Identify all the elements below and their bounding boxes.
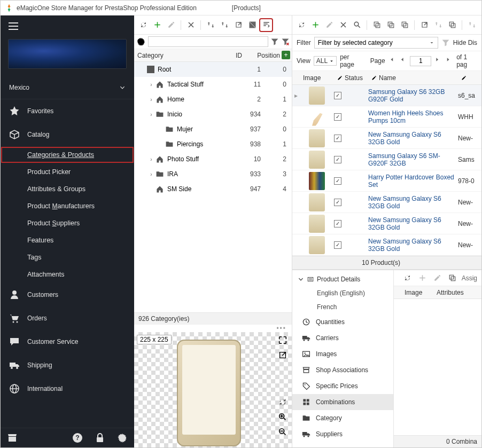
nav-orders[interactable]: Orders [1, 306, 134, 330]
status-checkbox[interactable] [334, 177, 341, 185]
status-checkbox[interactable] [334, 199, 341, 206]
product-status-cell[interactable] [334, 135, 368, 142]
detail-item-images[interactable]: Images [292, 346, 393, 362]
status-checkbox[interactable] [334, 156, 341, 163]
product-name[interactable]: Women High Heels Shoes Pumps 10cm [368, 109, 458, 124]
pager-last[interactable] [446, 57, 453, 65]
product-name[interactable]: Samsung Galaxy S6 32GB G920F Gold [368, 88, 458, 103]
detail-item-quantities[interactable]: Quantities [292, 314, 393, 330]
product-status-cell[interactable] [334, 156, 368, 163]
nav-favorites[interactable]: Favorites [1, 99, 134, 123]
category-row[interactable]: ›Inicio9342 [134, 107, 292, 122]
adjust-button[interactable] [246, 19, 258, 31]
status-checkbox[interactable] [334, 135, 341, 142]
detail-item-carriers[interactable]: Carriers [292, 330, 393, 346]
product-row[interactable]: New Samsung Galaxy S6 32GB GoldNew- [292, 192, 481, 213]
nav-customers[interactable]: Customers [1, 283, 134, 306]
catalog-sub-item[interactable]: Product Manufacturers [1, 198, 134, 215]
detail-item-category[interactable]: Category [292, 410, 393, 426]
filter-products-button[interactable] [260, 19, 272, 31]
category-row[interactable]: Piercings9381 [134, 137, 292, 152]
tool-button[interactable] [432, 19, 444, 31]
product-name[interactable]: New Samsung Galaxy S6 32GB Gold [368, 216, 458, 231]
refresh-button[interactable] [296, 19, 307, 31]
col-attributes[interactable]: Attributes [432, 289, 464, 296]
status-checkbox[interactable] [334, 241, 341, 249]
product-row[interactable]: New Samsung Galaxy S6 32GB GoldNew- [292, 128, 481, 149]
search-button[interactable] [351, 19, 363, 31]
category-search-input[interactable] [148, 36, 268, 47]
toggle-icon[interactable]: › [148, 171, 154, 177]
detail-item-specific-prices[interactable]: Specific Prices [292, 378, 393, 394]
col-id[interactable]: ID [214, 52, 245, 59]
open-external-icon[interactable] [278, 350, 287, 360]
pager-next[interactable] [434, 57, 442, 65]
store-icon[interactable] [7, 433, 18, 443]
edit-button[interactable] [432, 272, 444, 284]
toggle-icon[interactable]: › [148, 97, 154, 103]
delete-button[interactable] [185, 19, 197, 31]
product-status-cell[interactable] [334, 199, 368, 206]
move-button-2[interactable] [219, 19, 230, 31]
refresh-button[interactable] [137, 19, 149, 31]
gear-icon[interactable] [117, 433, 128, 443]
col-category[interactable]: Category [134, 52, 214, 59]
copy-button-2[interactable] [385, 19, 397, 31]
catalog-sub-item[interactable]: Attachments [1, 266, 134, 283]
pager-prev[interactable] [399, 57, 407, 65]
catalog-sub-item[interactable]: Product Picker [1, 163, 134, 180]
copy-button[interactable] [371, 19, 383, 31]
product-status-cell[interactable] [334, 241, 368, 249]
add-column-icon[interactable]: + [282, 51, 290, 59]
edit-button[interactable] [165, 19, 177, 31]
add-button[interactable] [309, 19, 321, 31]
lock-icon[interactable] [95, 433, 105, 443]
product-name[interactable]: Samsung Galaxy S6 SM-G920F 32GB [368, 152, 458, 167]
category-row[interactable]: ›IRA9333 [134, 167, 292, 182]
col-ref[interactable] [458, 75, 481, 81]
tool-button-3[interactable] [466, 19, 478, 31]
product-status-cell[interactable] [334, 92, 368, 99]
add-button[interactable] [151, 19, 163, 31]
nav-customer-service[interactable]: Customer Service [1, 330, 134, 353]
category-row[interactable]: Root10 [134, 62, 292, 77]
hide-disabled[interactable]: Hide Dis [453, 39, 477, 46]
toggle-icon[interactable]: › [148, 112, 154, 117]
category-row[interactable]: ›Photo Stuff102 [134, 152, 292, 167]
funnel-icon[interactable] [441, 38, 450, 47]
detail-item-combinations[interactable]: Combinations [292, 394, 393, 410]
catalog-sub-item[interactable]: Attributes & Groups [1, 180, 134, 198]
col-image[interactable]: Image [300, 74, 334, 82]
category-row[interactable]: ›Home21 [134, 92, 292, 107]
col-status[interactable]: Status [334, 74, 368, 82]
col-name[interactable]: Name [368, 74, 458, 82]
copy-button-3[interactable] [399, 19, 410, 31]
filter-combo[interactable]: Filter by selected category [314, 37, 438, 49]
catalog-sub-item[interactable]: Features [1, 232, 134, 249]
zoom-out-icon[interactable] [278, 427, 287, 437]
refresh-icon[interactable] [278, 397, 287, 407]
pager-first[interactable] [388, 57, 396, 65]
detail-item-shop-associations[interactable]: Shop Associations [292, 362, 393, 378]
pager-page-input[interactable] [410, 56, 431, 66]
category-row[interactable]: ›Tactical Stuff110 [134, 77, 292, 92]
product-name[interactable]: New Samsung Galaxy S6 32GB Gold [368, 195, 458, 210]
product-status-cell[interactable] [334, 113, 368, 121]
more-dots[interactable]: ••• [134, 325, 292, 332]
lang-french[interactable]: French [292, 300, 393, 314]
funnel-clear-icon[interactable] [281, 37, 290, 46]
catalog-sub-item[interactable]: Tags [1, 249, 134, 266]
product-row[interactable]: New Samsung Galaxy S6 32GB GoldNew- [292, 234, 481, 256]
tool-button-2[interactable] [446, 19, 458, 31]
product-row[interactable]: Samsung Galaxy S6 SM-G920F 32GBSams [292, 149, 481, 170]
product-name[interactable]: New Samsung Galaxy S6 32GB Gold [368, 131, 458, 146]
product-row[interactable]: Women High Heels Shoes Pumps 10cmWHH [292, 106, 481, 128]
toggle-icon[interactable]: › [148, 82, 154, 88]
nav-shipping[interactable]: Shipping [1, 353, 134, 377]
category-row[interactable]: SM Side9474 [134, 182, 292, 197]
product-name[interactable]: Harry Potter Hardcover Boxed Set [368, 174, 458, 188]
add-button[interactable] [417, 272, 429, 284]
status-checkbox[interactable] [334, 92, 341, 99]
menu-button[interactable] [4, 19, 23, 34]
zoom-in-icon[interactable] [278, 412, 287, 422]
